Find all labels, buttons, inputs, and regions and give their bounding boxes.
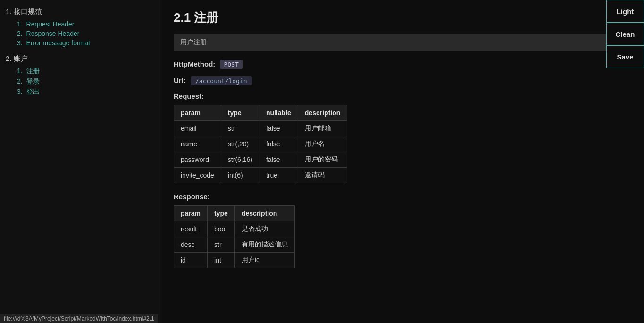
table-row: resultbool是否成功 [174, 221, 295, 237]
toc-list-item[interactable]: 2. Response Header [17, 30, 154, 37]
response-table-head: param type description [174, 206, 295, 221]
request-table-body: emailstrfalse用户邮箱namestr(,20)false用户名pas… [174, 121, 347, 183]
sidebar: 1. 接口规范1. Request Header2. Response Head… [0, 0, 160, 323]
table-cell: email [174, 121, 221, 136]
response-table: param type description resultbool是否成功des… [174, 205, 295, 268]
section-num: 2.1 [174, 10, 191, 25]
table-cell: int [208, 253, 235, 268]
url-label: Url: [174, 76, 186, 85]
table-row: descstr有用的描述信息 [174, 237, 295, 253]
table-cell: false [259, 136, 298, 152]
request-table-head: param type nullable description [174, 105, 347, 121]
toc-link[interactable]: 2. Response Header [17, 30, 79, 37]
http-method-label: HttpMethod: [174, 60, 215, 68]
table-cell: str [208, 237, 235, 253]
http-method-value: POST [220, 60, 242, 69]
table-cell: str [221, 121, 259, 136]
table-cell: true [259, 168, 298, 183]
light-button[interactable]: Light [606, 0, 644, 23]
res-col-description: description [234, 206, 294, 221]
table-cell: result [174, 221, 208, 237]
section-title: 2.1 注册 [174, 9, 631, 26]
table-cell: false [259, 152, 298, 168]
table-cell: str(6,16) [221, 152, 259, 168]
toc-list-item[interactable]: 1. 注册 [17, 67, 154, 76]
table-cell: id [174, 253, 208, 268]
table-cell: false [259, 121, 298, 136]
response-label: Response: [174, 193, 631, 201]
table-cell: str(,20) [221, 136, 259, 152]
request-header-row: param type nullable description [174, 105, 347, 121]
table-row: idint用户id [174, 253, 295, 268]
table-row: emailstrfalse用户邮箱 [174, 121, 347, 136]
table-cell: 用户名 [298, 136, 347, 152]
toc-link[interactable]: 1. 注册 [17, 67, 40, 75]
req-col-nullable: nullable [259, 105, 298, 121]
table-row: namestr(,20)false用户名 [174, 136, 347, 152]
req-col-param: param [174, 105, 221, 121]
table-cell: 邀请码 [298, 168, 347, 183]
toc-section-title: 1. 接口规范 [6, 8, 154, 17]
table-cell: 有用的描述信息 [234, 237, 294, 253]
api-title-text: 用户注册 [180, 38, 207, 46]
url-row: Url: /account/login [174, 76, 631, 85]
request-table: param type nullable description emailstr… [174, 105, 347, 183]
toc-link[interactable]: 2. 登录 [17, 77, 40, 85]
toc-link[interactable]: 3. Error message format [17, 39, 90, 47]
api-title-bar: 用户注册 [174, 34, 631, 51]
table-row: invite_codeint(6)true邀请码 [174, 168, 347, 183]
toc-list-item[interactable]: 3. 登出 [17, 88, 154, 96]
table-cell: 是否成功 [234, 221, 294, 237]
table-cell: 用户邮箱 [298, 121, 347, 136]
table-row: passwordstr(6,16)false用户的密码 [174, 152, 347, 168]
table-cell: 用户id [234, 253, 294, 268]
table-cell: desc [174, 237, 208, 253]
req-col-type: type [221, 105, 259, 121]
toc-link[interactable]: 1. Request Header [17, 20, 75, 28]
table-cell: int(6) [221, 168, 259, 183]
toc-sub-list: 1. 注册2. 登录3. 登出 [6, 67, 154, 96]
statusbar-path: file:///d%3A/MyProject/Script/MarkedWith… [4, 315, 154, 322]
table-cell: 用户的密码 [298, 152, 347, 168]
toc-sub-list: 1. Request Header2. Response Header3. Er… [6, 20, 154, 47]
button-group: Light Clean Save [606, 0, 644, 68]
req-col-description: description [298, 105, 347, 121]
response-table-body: resultbool是否成功descstr有用的描述信息idint用户id [174, 221, 295, 268]
table-cell: invite_code [174, 168, 221, 183]
res-col-param: param [174, 206, 208, 221]
res-col-type: type [208, 206, 235, 221]
table-cell: password [174, 152, 221, 168]
save-button[interactable]: Save [606, 45, 644, 68]
table-cell: bool [208, 221, 235, 237]
response-header-row: param type description [174, 206, 295, 221]
section-heading: 注册 [194, 10, 218, 25]
clean-button[interactable]: Clean [606, 23, 644, 45]
toc-list-item[interactable]: 1. Request Header [17, 20, 154, 28]
table-cell: name [174, 136, 221, 152]
toc-list-item[interactable]: 3. Error message format [17, 39, 154, 47]
toc-link[interactable]: 3. 登出 [17, 88, 40, 95]
request-label: Request: [174, 92, 631, 100]
toc-section-title: 2. 账户 [6, 54, 154, 63]
main-content: 2.1 注册 用户注册 HttpMethod: POST Url: /accou… [160, 0, 644, 323]
url-value: /account/login [191, 76, 252, 85]
http-method-row: HttpMethod: POST [174, 60, 631, 69]
toc-list-item[interactable]: 2. 登录 [17, 77, 154, 86]
statusbar: file:///d%3A/MyProject/Script/MarkedWith… [0, 314, 158, 323]
